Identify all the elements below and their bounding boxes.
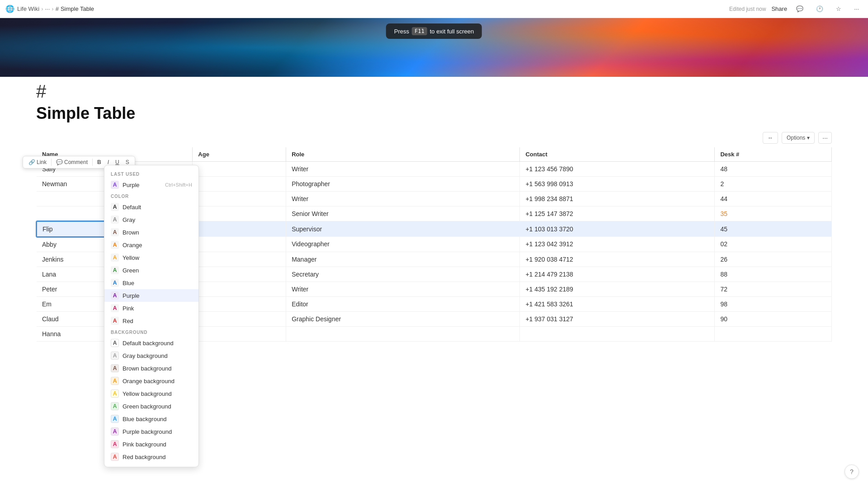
fullscreen-prefix: Press — [394, 28, 409, 35]
cell-role[interactable]: Supervisor — [286, 221, 520, 237]
cell-desk[interactable]: 48 — [715, 162, 832, 177]
cell-age[interactable] — [193, 282, 286, 296]
cell-age[interactable] — [193, 252, 286, 267]
cell-role[interactable] — [286, 326, 520, 341]
bg-item-blue-background[interactable]: A Blue background — [104, 413, 198, 425]
cell-role[interactable]: Writer — [286, 192, 520, 206]
col-age-header[interactable]: Age — [193, 147, 286, 162]
cell-age[interactable] — [193, 192, 286, 206]
col-role-header[interactable]: Role — [286, 147, 520, 162]
bg-item-default-background[interactable]: A Default background — [104, 337, 198, 349]
cell-desk[interactable]: 98 — [715, 296, 832, 311]
breadcrumb-dots[interactable]: ··· — [45, 5, 50, 12]
history-button[interactable]: 🕐 — [812, 4, 827, 14]
bg-item-yellow-background[interactable]: A Yellow background — [104, 387, 198, 400]
cell-age[interactable] — [193, 326, 286, 341]
cell-age[interactable] — [193, 237, 286, 252]
link-label: Link — [37, 159, 47, 165]
last-used-purple[interactable]: A Purple Ctrl+Shift+H — [104, 178, 198, 191]
cell-contact[interactable]: +1 125 147 3872 — [520, 206, 715, 221]
cell-desk[interactable]: 44 — [715, 192, 832, 206]
color-item-green[interactable]: A Green — [104, 264, 198, 277]
bg-name: Gray background — [123, 352, 168, 359]
expand-button[interactable]: ↔ — [763, 132, 778, 144]
cell-role[interactable]: Writer — [286, 162, 520, 177]
bg-item-brown-background[interactable]: A Brown background — [104, 362, 198, 375]
cell-role[interactable]: Graphic Designer — [286, 311, 520, 326]
page-icon[interactable]: # — [36, 82, 868, 100]
cell-contact[interactable] — [520, 326, 715, 341]
bg-swatch: A — [111, 352, 119, 360]
bg-item-purple-background[interactable]: A Purple background — [104, 425, 198, 438]
col-contact-header[interactable]: Contact — [520, 147, 715, 162]
cell-contact[interactable]: +1 435 192 2189 — [520, 282, 715, 296]
color-item-default[interactable]: A Default — [104, 201, 198, 213]
cell-age[interactable] — [193, 311, 286, 326]
color-item-red[interactable]: A Red — [104, 314, 198, 327]
cell-age[interactable] — [193, 221, 286, 237]
top-bar-right: Edited just now Share 💬 🕐 ☆ ··· — [729, 4, 863, 14]
col-desk-header[interactable]: Desk # — [715, 147, 832, 162]
more-button[interactable]: ··· — [850, 4, 863, 14]
color-item-purple[interactable]: A Purple — [104, 289, 198, 302]
bg-item-gray-background[interactable]: A Gray background — [104, 349, 198, 362]
color-name: Red — [123, 318, 133, 324]
cell-age[interactable] — [193, 296, 286, 311]
cell-desk[interactable]: 2 — [715, 177, 832, 192]
cell-contact[interactable]: +1 920 038 4712 — [520, 252, 715, 267]
bg-item-orange-background[interactable]: A Orange background — [104, 375, 198, 387]
cell-contact[interactable]: +1 421 583 3261 — [520, 296, 715, 311]
app-name[interactable]: Life Wiki — [17, 5, 39, 12]
bg-swatch: A — [111, 415, 119, 423]
cell-age[interactable] — [193, 267, 286, 282]
bg-item-pink-background[interactable]: A Pink background — [104, 438, 198, 450]
cell-contact[interactable]: +1 563 998 0913 — [520, 177, 715, 192]
share-button[interactable]: Share — [771, 5, 787, 12]
cell-role[interactable]: Videographer — [286, 237, 520, 252]
cell-contact[interactable]: +1 998 234 8871 — [520, 192, 715, 206]
cell-desk[interactable]: 45 — [715, 221, 832, 237]
cell-age[interactable] — [193, 177, 286, 192]
cell-age[interactable] — [193, 206, 286, 221]
color-item-orange[interactable]: A Orange — [104, 239, 198, 251]
cell-contact[interactable]: +1 214 479 2138 — [520, 267, 715, 282]
cell-contact[interactable]: +1 937 031 3127 — [520, 311, 715, 326]
cell-desk[interactable]: 02 — [715, 237, 832, 252]
color-item-brown[interactable]: A Brown — [104, 226, 198, 239]
cell-role[interactable]: Photographer — [286, 177, 520, 192]
bg-name: Pink background — [123, 441, 166, 448]
cell-role[interactable]: Writer — [286, 282, 520, 296]
cell-role[interactable]: Senior Writer — [286, 206, 520, 221]
cell-role[interactable]: Editor — [286, 296, 520, 311]
comment-button[interactable]: 💬 Comment — [53, 158, 90, 167]
bold-button[interactable]: B — [94, 158, 104, 167]
help-button[interactable]: ? — [844, 465, 859, 479]
color-items: A Default A Gray A Brown A Orange A Yell… — [104, 201, 198, 327]
color-item-blue[interactable]: A Blue — [104, 277, 198, 289]
cell-age[interactable] — [193, 162, 286, 177]
last-used-purple-label: Purple — [123, 182, 140, 188]
options-button[interactable]: Options ▾ — [782, 132, 815, 144]
cell-desk[interactable]: 72 — [715, 282, 832, 296]
cell-role[interactable]: Secretary — [286, 267, 520, 282]
toolbar-more-button[interactable]: ··· — [818, 132, 832, 144]
cell-contact[interactable]: +1 123 456 7890 — [520, 162, 715, 177]
color-item-gray[interactable]: A Gray — [104, 213, 198, 226]
comments-button[interactable]: 💬 — [793, 4, 807, 14]
cell-contact[interactable]: +1 103 013 3720 — [520, 221, 715, 237]
color-item-pink[interactable]: A Pink — [104, 302, 198, 314]
bg-letter: A — [113, 378, 117, 384]
bg-item-green-background[interactable]: A Green background — [104, 400, 198, 413]
cell-desk[interactable] — [715, 326, 832, 341]
star-button[interactable]: ☆ — [832, 4, 845, 14]
color-item-yellow[interactable]: A Yellow — [104, 251, 198, 264]
cell-role[interactable]: Manager — [286, 252, 520, 267]
cell-desk[interactable]: 90 — [715, 311, 832, 326]
link-button[interactable]: 🔗 Link — [26, 158, 49, 167]
page-title[interactable]: Simple Table — [36, 104, 832, 123]
cell-desk[interactable]: 88 — [715, 267, 832, 282]
bg-item-red-background[interactable]: A Red background — [104, 450, 198, 463]
cell-desk[interactable]: 35 — [715, 206, 832, 221]
cell-contact[interactable]: +1 123 042 3912 — [520, 237, 715, 252]
cell-desk[interactable]: 26 — [715, 252, 832, 267]
